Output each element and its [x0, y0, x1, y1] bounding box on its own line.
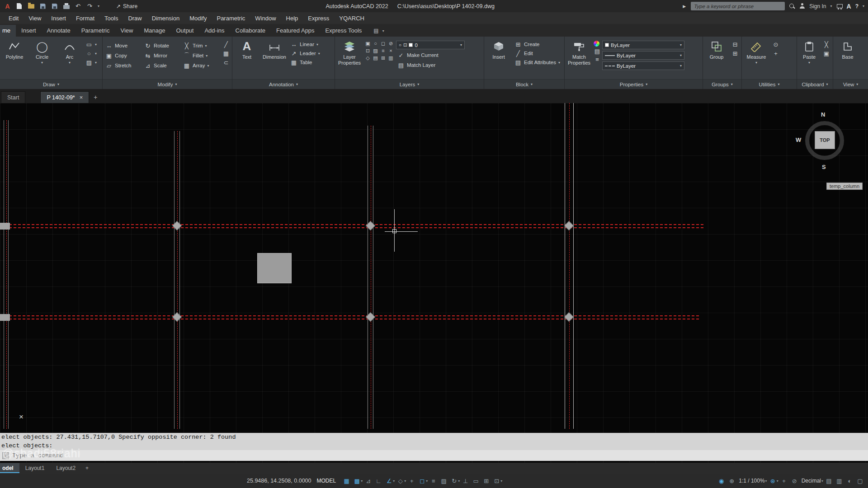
menu-express[interactable]: Express: [303, 15, 334, 22]
polyline-button[interactable]: Polyline: [1, 38, 28, 78]
annotation-scale-value[interactable]: 1:1 / 100%: [737, 478, 766, 484]
mirror-button[interactable]: ⇆Mirror: [143, 51, 181, 61]
viewcube-top-face[interactable]: TOP: [815, 131, 835, 149]
panel-label-properties[interactable]: Properties▾: [565, 79, 703, 89]
tab-start[interactable]: Start: [1, 91, 25, 103]
open-file-icon[interactable]: [27, 3, 35, 10]
infer-constraints-icon[interactable]: ⊿: [363, 476, 373, 486]
linear-dimension-button[interactable]: ↔Linear▾: [289, 40, 321, 49]
layer-properties-button[interactable]: Layer Properties: [336, 38, 363, 78]
erase-button[interactable]: ▦: [221, 49, 231, 58]
dimension-button[interactable]: Dimension: [261, 38, 288, 78]
trim-button[interactable]: ╳Trim▾: [182, 41, 220, 51]
menu-window[interactable]: Window: [250, 15, 281, 22]
arc-button[interactable]: Arc ▾: [57, 38, 83, 78]
search-icon[interactable]: [789, 3, 795, 9]
tab-home[interactable]: me: [0, 25, 16, 37]
autodesk-icon[interactable]: A: [847, 3, 851, 10]
quick-properties-icon[interactable]: ⊞: [481, 476, 491, 486]
menu-dimension[interactable]: Dimension: [147, 15, 184, 22]
edit-attributes-button[interactable]: ▤Edit Attributes▾: [513, 58, 561, 67]
plot-icon[interactable]: [62, 3, 70, 10]
dynamic-ucs-icon[interactable]: ⊥: [460, 476, 471, 486]
tab-insert[interactable]: Insert: [16, 25, 42, 37]
scale-button[interactable]: ⊿Scale: [143, 61, 181, 70]
rectangle-button[interactable]: ▭▾: [84, 40, 98, 49]
rotate-button[interactable]: ↻Rotate: [143, 41, 181, 51]
tab-add-ins[interactable]: Add-ins: [199, 25, 230, 37]
make-current-button[interactable]: ✓Make Current: [396, 50, 465, 60]
edit-block-button[interactable]: ╱Edit: [513, 49, 561, 58]
panel-label-block[interactable]: Block▾: [484, 79, 564, 89]
grid-axis-vertical-left[interactable]: [4, 120, 9, 429]
panel-label-utilities[interactable]: Utilities▾: [742, 79, 797, 89]
layer-tool-icon[interactable]: ◇: [364, 55, 372, 62]
insert-block-button[interactable]: Insert: [486, 38, 512, 78]
menu-draw[interactable]: Draw: [123, 15, 146, 22]
sign-in-caret-icon[interactable]: ▾: [830, 4, 832, 8]
tab-view[interactable]: View: [115, 25, 138, 37]
ellipse-button[interactable]: ○▾: [84, 49, 98, 58]
undo-icon[interactable]: ↶: [74, 3, 82, 10]
drawing-canvas[interactable]: × N W S TOP temp_column elect objects: 2…: [0, 103, 868, 463]
transparency-icon[interactable]: ▨: [439, 476, 449, 486]
app-store-cart-icon[interactable]: [836, 4, 843, 9]
menu-yqarch[interactable]: YQARCH: [334, 15, 369, 22]
panel-label-clipboard[interactable]: Clipboard▾: [797, 79, 833, 89]
edge-column-marker[interactable]: [0, 223, 10, 230]
text-button[interactable]: A Text: [234, 38, 260, 78]
quick-select-button[interactable]: +: [771, 49, 781, 58]
panel-label-modify[interactable]: Modify▾: [103, 79, 232, 89]
units-value[interactable]: Decimal: [800, 478, 823, 484]
layer-tool-icon[interactable]: ×: [387, 48, 395, 55]
base-view-button[interactable]: Base: [835, 38, 861, 78]
fillet-button[interactable]: ⌒Fillet▾: [182, 51, 220, 61]
panel-label-view[interactable]: View▾: [833, 79, 868, 89]
draw-order-button[interactable]: ╱: [221, 40, 231, 49]
help-icon[interactable]: ?: [855, 3, 859, 9]
layer-tool-icon[interactable]: ◻: [379, 41, 387, 48]
panel-label-layers[interactable]: Layers▾: [335, 79, 484, 89]
tab-collaborate[interactable]: Collaborate: [230, 25, 271, 37]
menu-edit[interactable]: Edit: [4, 15, 24, 22]
copy-clip-button[interactable]: ▣: [821, 49, 831, 58]
ribbon-state-icon[interactable]: ▤: [373, 28, 378, 34]
model-space-button[interactable]: MODEL: [311, 478, 342, 484]
ortho-icon[interactable]: ∟: [373, 476, 384, 486]
explode-button[interactable]: ⊂: [221, 58, 231, 67]
cut-button[interactable]: ╳: [821, 40, 831, 49]
grid-axis-horizontal-1[interactable]: [0, 224, 703, 228]
new-layout-button[interactable]: +: [81, 463, 93, 473]
save-as-icon[interactable]: [51, 3, 58, 10]
linetype-list-icon[interactable]: ▤: [594, 48, 601, 55]
panel-label-annotation[interactable]: Annotation▾: [232, 79, 335, 89]
move-button[interactable]: ↔Move: [104, 41, 142, 51]
layer-tool-icon[interactable]: ⊡: [364, 48, 372, 55]
quick-view-icon[interactable]: ▥: [834, 476, 844, 486]
x-node-marker[interactable]: ×: [19, 413, 24, 422]
search-input[interactable]: [691, 2, 785, 10]
column-block[interactable]: [257, 253, 292, 283]
viewcube-south[interactable]: S: [822, 164, 826, 170]
layer-tool-icon[interactable]: ▤: [372, 55, 379, 62]
sign-in-label[interactable]: Sign In: [809, 3, 826, 9]
tab-express-tools[interactable]: Express Tools: [320, 25, 368, 37]
panel-label-groups[interactable]: Groups▾: [703, 79, 741, 89]
autoscale-icon[interactable]: ⊕: [726, 476, 737, 486]
grid-axis-horizontal-2[interactable]: [0, 315, 699, 319]
copy-button[interactable]: ▣Copy: [104, 51, 142, 61]
lineweight-combo[interactable]: ByLayer ▾: [602, 51, 684, 60]
id-point-button[interactable]: ⊙: [771, 40, 781, 49]
annotation-monitor-icon[interactable]: +: [779, 476, 789, 486]
menu-parametric[interactable]: Parametric: [212, 15, 250, 22]
layout-tab-model[interactable]: odel: [0, 463, 19, 473]
units-list-icon[interactable]: ▤: [824, 476, 834, 486]
layout-tab-layout1[interactable]: Layout1: [19, 463, 51, 473]
layer-tool-icon[interactable]: ▥: [387, 55, 395, 62]
paste-button[interactable]: Paste ▾: [798, 38, 820, 78]
layer-select-combo[interactable]: ○ ⊡ 0 ▾: [396, 41, 465, 49]
sign-in-person-icon[interactable]: [799, 3, 805, 9]
panel-label-draw[interactable]: Draw▾: [0, 79, 102, 89]
circle-button[interactable]: ◯ Circle ▾: [29, 38, 55, 78]
linetype-combo[interactable]: ByLayer ▾: [602, 61, 684, 70]
